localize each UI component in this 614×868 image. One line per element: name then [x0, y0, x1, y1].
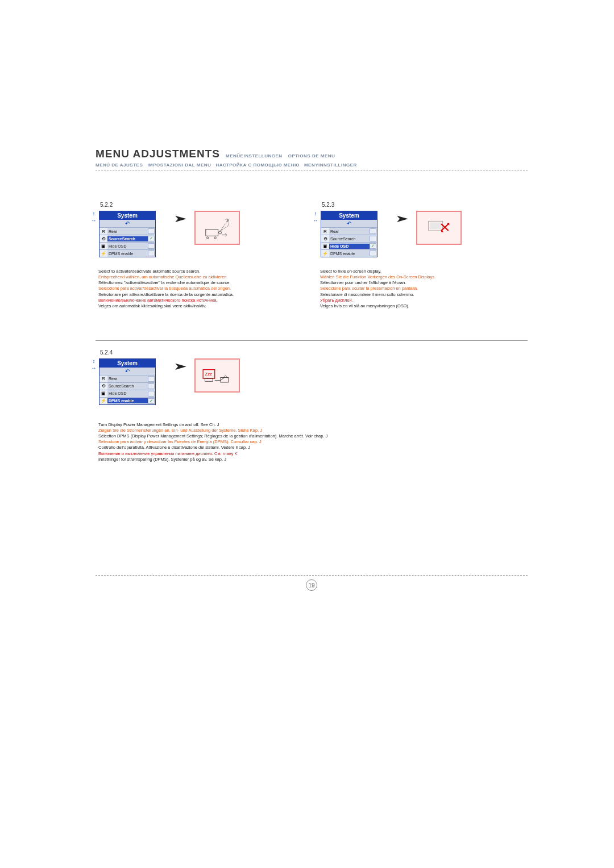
- side-adjust-icon: ↕: [90, 358, 98, 364]
- menu-item-label: SourceSearch: [107, 236, 148, 241]
- svg-rect-6: [430, 223, 441, 229]
- side-adjust-icon: ↔: [312, 218, 320, 223]
- description-block: Select to activate/deactivate automatic …: [98, 269, 283, 309]
- menu-item: R Rear: [321, 227, 377, 235]
- description-line: Sélectionnez "activer/désactiver" la rec…: [98, 280, 283, 286]
- subtitle-de: MENÜEINSTELLUNGEN: [226, 153, 283, 158]
- menu-item-label: DPMS enable: [107, 398, 148, 403]
- section-number: 5.2.4: [100, 349, 528, 356]
- menu-item: ▣ Hide OSD ✓: [321, 242, 377, 249]
- dpms-icon: ⚡: [321, 250, 329, 257]
- description-line: Select to activate/deactivate automatic …: [98, 269, 283, 274]
- rear-icon: R: [99, 228, 107, 235]
- divider-top: [96, 170, 528, 170]
- description-line: Selezionare di nascondere il menu sullo …: [320, 292, 505, 298]
- osd-menu: System ↶ R Rear ⚙ SourceSearch ✓: [99, 211, 156, 257]
- menu-item-label: Hide OSD: [107, 244, 148, 249]
- menu-item: ⚙ SourceSearch: [99, 382, 155, 390]
- description-line: Turn Display Power Management Settings o…: [98, 422, 528, 428]
- svg-point-4: [214, 237, 216, 239]
- description-block: Turn Display Power Management Settings o…: [98, 422, 528, 462]
- back-icon: ↶: [321, 220, 377, 227]
- subtitle-ru: НАСТРОЙКА С ПОМОЩЬЮ МЕНЮ: [216, 162, 300, 168]
- menu-item: ⚙ SourceSearch: [321, 235, 377, 242]
- search-icon: ⚙: [321, 235, 329, 242]
- checkbox: [370, 228, 376, 234]
- result-illustration: [416, 211, 462, 245]
- menu-item-label: Rear: [107, 376, 148, 381]
- divider-bottom: [96, 575, 528, 576]
- description-line: Velges om automatisk kildesøking skal væ…: [98, 303, 283, 309]
- rear-icon: R: [321, 228, 329, 235]
- menu-item: R Rear: [99, 227, 155, 235]
- osd-menu: System ↶ R Rear ⚙ SourceSearch: [321, 211, 377, 257]
- checkbox: ✓: [148, 236, 155, 241]
- osd-menu-title: System: [321, 211, 377, 220]
- side-adjust-icon: ↔: [90, 365, 98, 371]
- osd-menu-title: System: [99, 359, 155, 368]
- checkbox: ✓: [148, 398, 155, 404]
- menu-item: ▣ Hide OSD: [99, 242, 155, 249]
- menu-item-label: Rear: [329, 229, 370, 234]
- svg-text:?: ?: [225, 218, 229, 224]
- arrow-icon: ➤: [395, 212, 409, 225]
- result-illustration: ?: [194, 211, 240, 245]
- page-title: MENU ADJUSTMENTS: [96, 148, 220, 160]
- hide-icon: ▣: [99, 390, 107, 397]
- description-line: Zeigen Sie die Stromeinstellungen an. Ei…: [98, 428, 528, 433]
- menu-item: R Rear: [99, 375, 155, 382]
- svg-text:Zzz: Zzz: [205, 372, 213, 377]
- description-line: Velges hvis en vil slå av menyvisningen …: [320, 303, 505, 309]
- checkbox: [370, 251, 376, 256]
- description-line: Seleccione para activar y desactivar las…: [98, 439, 528, 445]
- search-icon: ⚙: [99, 383, 107, 390]
- checkbox: ✓: [370, 243, 376, 249]
- rear-icon: R: [99, 375, 107, 382]
- osd-menu-title: System: [99, 211, 155, 220]
- menu-item-label: Rear: [107, 229, 148, 234]
- menu-item: ⚡ DPMS enable: [99, 249, 155, 257]
- divider: [96, 340, 528, 341]
- menu-item-label: SourceSearch: [329, 236, 370, 241]
- menu-item-label: SourceSearch: [107, 383, 148, 389]
- subtitle-fr: OPTIONS DE MENU: [288, 153, 335, 158]
- search-icon: ⚙: [99, 235, 107, 242]
- description-line: Seleccione para ocultar la presentación …: [320, 286, 505, 291]
- checkbox: [148, 383, 155, 389]
- subtitle-it: IMPOSTAZIONI DAL MENU: [147, 162, 211, 168]
- arrow-icon: ➤: [173, 360, 187, 373]
- description-line: Seleccione para activar/desactivar la bú…: [98, 286, 283, 291]
- arrow-icon: ➤: [173, 212, 187, 225]
- subtitle-no: MENYINNSTILLINGER: [304, 162, 357, 168]
- svg-point-1: [219, 231, 222, 234]
- checkbox: [370, 236, 376, 241]
- description-line: Selezionare per attivare/disattivare la …: [98, 292, 283, 298]
- section-number: 5.2.2: [100, 202, 283, 208]
- result-illustration: Zzz: [194, 358, 240, 393]
- menu-item: ▣ Hide OSD: [99, 390, 155, 397]
- hide-icon: ▣: [321, 243, 329, 249]
- side-adjust-icon: ↕: [312, 211, 320, 216]
- description-line: Controllo dell'operatività. Attivazione …: [98, 445, 528, 450]
- svg-rect-0: [206, 229, 218, 236]
- description-line: Включение/выключение автоматического пои…: [98, 298, 283, 303]
- checkbox: [148, 391, 155, 397]
- menu-item-label: DPMS enable: [107, 251, 148, 256]
- menu-item: ⚙ SourceSearch ✓: [99, 235, 155, 242]
- description-line: Wählen Sie die Funktion Verbergen des On…: [320, 274, 505, 280]
- svg-rect-13: [205, 378, 213, 381]
- osd-menu: System ↶ R Rear ⚙ SourceSearch ▣ Hide: [99, 358, 156, 405]
- subtitle-es: MENÚ DE AJUSTES: [96, 162, 143, 168]
- back-icon: ↶: [99, 368, 155, 375]
- menu-item-label: Hide OSD: [107, 391, 148, 396]
- svg-point-3: [207, 237, 209, 239]
- description-line: Убрать дисплей.: [320, 298, 505, 303]
- description-line: Включение и выключение управления питани…: [98, 451, 528, 457]
- description-block: Select to hide on-screen display.Wählen …: [320, 269, 505, 309]
- menu-item-label: DPMS enable: [329, 251, 370, 256]
- checkbox: [148, 251, 155, 256]
- svg-rect-14: [221, 377, 229, 382]
- menu-item: ⚡ DPMS enable: [321, 249, 377, 257]
- menu-item: ⚡ DPMS enable ✓: [99, 397, 155, 404]
- description-line: Entsprechend wählen, um automatische Que…: [98, 274, 283, 280]
